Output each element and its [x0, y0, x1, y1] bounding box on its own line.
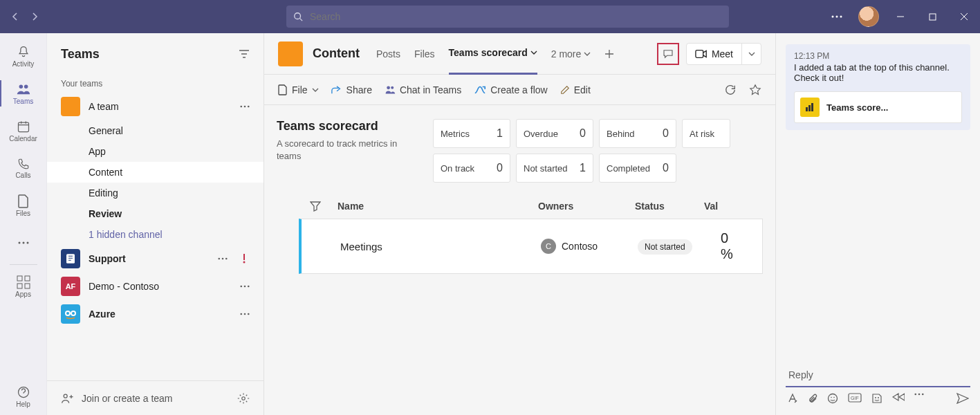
join-create-team-link[interactable]: Join or create a team — [82, 393, 173, 404]
share-button[interactable]: Share — [331, 84, 372, 95]
rail-activity[interactable]: Activity — [0, 37, 47, 75]
channel-editing[interactable]: Editing — [47, 183, 264, 203]
metric-label: Metrics — [441, 129, 470, 139]
metric-card[interactable]: At risk — [682, 119, 730, 148]
share-icon — [331, 85, 342, 95]
more-compose-icon[interactable] — [914, 393, 924, 404]
svg-point-32 — [244, 313, 246, 315]
svg-point-44 — [833, 397, 835, 398]
chat-in-teams-button[interactable]: Chat in Teams — [385, 84, 461, 95]
svg-point-35 — [242, 396, 246, 400]
col-value[interactable]: Val — [704, 201, 732, 212]
rail-files[interactable]: Files — [0, 187, 47, 224]
sticker-icon[interactable] — [871, 393, 882, 404]
search-input[interactable] — [308, 10, 722, 23]
team-more-button[interactable] — [240, 313, 250, 315]
team-more-button[interactable] — [240, 285, 250, 288]
tab-label: 2 more — [551, 48, 582, 59]
nav-back-button[interactable] — [6, 7, 25, 26]
format-icon[interactable] — [787, 393, 798, 404]
svg-point-47 — [875, 397, 876, 398]
hidden-channels-link[interactable]: 1 hidden channel — [47, 224, 264, 245]
rail-calls[interactable]: Calls — [0, 149, 47, 187]
tab-files[interactable]: Files — [414, 33, 435, 75]
rail-activity-label: Activity — [12, 60, 35, 68]
window-close-button[interactable] — [948, 0, 980, 33]
attach-icon[interactable] — [808, 393, 817, 404]
nav-forward-button[interactable] — [25, 7, 44, 26]
svg-point-1 — [832, 16, 834, 18]
channel-label: App — [89, 146, 106, 157]
edit-button[interactable]: Edit — [560, 84, 591, 95]
gif-icon[interactable]: GIF — [848, 393, 862, 404]
ellipsis-icon — [17, 241, 30, 244]
team-a-team[interactable]: A team — [47, 93, 264, 120]
svg-rect-4 — [930, 14, 936, 20]
settings-button[interactable] — [237, 392, 250, 405]
user-avatar[interactable] — [858, 6, 879, 27]
status-badge: Not started — [638, 239, 692, 255]
metric-card[interactable]: Behind0 — [599, 119, 676, 148]
window-maximize-button[interactable] — [916, 0, 948, 33]
rail-help[interactable]: Help — [0, 378, 47, 415]
refresh-button[interactable] — [724, 84, 737, 96]
metric-value: 0 — [497, 162, 503, 174]
rail-teams[interactable]: Teams — [0, 75, 47, 112]
team-azure[interactable]: Azure — [47, 300, 264, 328]
col-owners[interactable]: Owners — [538, 201, 635, 212]
channel-label: Review — [89, 208, 122, 219]
chevron-down-icon — [530, 49, 537, 56]
meet-button[interactable]: Meet — [686, 43, 761, 65]
channel-general[interactable]: General — [47, 120, 264, 141]
window-minimize-button[interactable] — [885, 0, 916, 33]
metric-card[interactable]: On track0 — [433, 154, 510, 183]
svg-point-33 — [248, 313, 250, 315]
tab-posts[interactable]: Posts — [376, 33, 400, 75]
metric-label: Behind — [607, 129, 634, 139]
metric-card[interactable]: Overdue0 — [516, 119, 593, 148]
team-more-button[interactable] — [218, 257, 228, 260]
channel-app[interactable]: App — [47, 141, 264, 162]
meet-label: Meet — [712, 48, 733, 59]
team-avatar: AF — [61, 277, 80, 296]
filter-icon[interactable] — [310, 201, 321, 212]
rail-calendar[interactable]: Calendar — [0, 112, 47, 149]
tab-teams-scorecard[interactable]: Teams scorecard — [449, 33, 537, 75]
file-menu[interactable]: File — [278, 84, 319, 95]
toggle-conversation-button[interactable] — [657, 43, 679, 65]
more-options-button[interactable] — [821, 0, 853, 33]
global-search[interactable] — [286, 6, 729, 28]
team-initials: AF — [66, 282, 76, 290]
message-attachment[interactable]: Teams score... — [794, 91, 962, 123]
reply-input[interactable]: Reply — [786, 364, 970, 387]
plus-icon — [604, 49, 614, 59]
message-card[interactable]: 12:13 PM I added a tab at the top of thi… — [786, 44, 970, 130]
favorite-button[interactable] — [749, 84, 761, 96]
scorecard-row[interactable]: Meetings C Contoso Not started 0 % — [299, 219, 763, 274]
video-icon — [695, 49, 708, 59]
team-more-button[interactable] — [240, 105, 250, 108]
meet-dropdown[interactable] — [741, 44, 761, 64]
channel-label: General — [89, 125, 123, 136]
rail-apps[interactable]: Apps — [0, 268, 47, 305]
filter-button[interactable] — [239, 49, 250, 59]
svg-point-51 — [922, 394, 924, 396]
metric-card[interactable]: Metrics1 — [433, 119, 510, 148]
create-flow-button[interactable]: Create a flow — [474, 84, 547, 95]
emoji-icon[interactable] — [827, 393, 838, 404]
team-demo-contoso[interactable]: AF Demo - Contoso — [47, 273, 264, 300]
team-name: Azure — [89, 308, 115, 320]
metric-card[interactable]: Completed0 — [599, 154, 676, 183]
send-button[interactable] — [956, 393, 969, 404]
add-tab-button[interactable] — [604, 33, 614, 75]
channel-content[interactable]: Content — [47, 162, 264, 183]
col-status[interactable]: Status — [635, 201, 704, 212]
col-name[interactable]: Name — [338, 201, 538, 212]
stream-icon[interactable] — [892, 393, 905, 404]
metric-card[interactable]: Not started1 — [516, 154, 593, 183]
tab-more[interactable]: 2 more — [551, 33, 591, 75]
team-support[interactable]: Support — [47, 245, 264, 273]
channel-review[interactable]: Review — [47, 203, 264, 224]
svg-point-42 — [829, 394, 838, 403]
rail-more[interactable] — [0, 224, 47, 261]
